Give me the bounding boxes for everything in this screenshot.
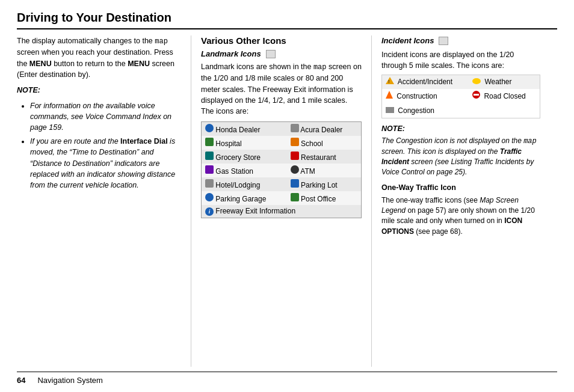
section-title: Various Other Icons (201, 35, 362, 46)
table-cell: School (287, 136, 362, 150)
table-row: Congestion (382, 104, 540, 118)
icon-options-bold: ICON OPTIONS (381, 216, 522, 235)
map-word-right: map (523, 137, 537, 145)
construction-icon (386, 91, 393, 99)
note-item-2: If you are en route and the Interface Di… (30, 136, 180, 191)
weather-icon (472, 78, 481, 84)
gas-icon (205, 165, 214, 174)
one-way-text: The one-way traffic icons (see Map Scree… (381, 195, 540, 237)
footer: 64 Navigation System (17, 372, 557, 385)
table-cell (469, 104, 540, 118)
note-list: For information on the available voice c… (23, 100, 180, 191)
table-row: Hotel/Lodging Parking Lot (202, 177, 362, 191)
table-row: Grocery Store Restaurant (202, 150, 362, 164)
table-cell: Acura Dealer (287, 121, 362, 136)
incident-grid: Accident/Incident Weather Construction R… (381, 75, 540, 118)
note-item-1: For information on the available voice c… (30, 100, 180, 133)
table-cell: Hospital (202, 136, 287, 150)
incident-body: Incident icons are displayed on the 1/20… (381, 49, 540, 71)
one-way-head: One-Way Traffic Icon (381, 182, 540, 193)
table-row: i Freeway Exit Information (202, 205, 362, 218)
acura-icon (291, 124, 299, 132)
content-area: The display automatically changes to the… (17, 35, 557, 367)
page-ref: on page 25 (427, 168, 463, 176)
traffic-incident-bold: Traffic Incident (381, 147, 522, 166)
right-column: Incident Icons Incident icons are displa… (372, 35, 540, 367)
table-row: Honda Dealer Acura Dealer (202, 121, 362, 136)
table-row: Construction Road Closed (382, 89, 540, 103)
table-cell: Grocery Store (202, 150, 287, 164)
menu-bold-2: MENU (128, 60, 150, 68)
grocery-icon (205, 152, 214, 160)
right-note-em: The Congestion icon is not displayed on … (381, 136, 537, 176)
post-office-icon (291, 193, 299, 201)
hotel-icon (205, 179, 214, 188)
table-cell: Congestion (382, 104, 469, 118)
landmark-grid: Honda Dealer Acura Dealer Hospital Schoo… (201, 121, 362, 218)
hospital-icon (205, 138, 214, 146)
table-cell: ATM (287, 164, 362, 177)
landmark-body: Landmark icons are shown in the map scre… (201, 61, 362, 117)
map-word: map (155, 37, 168, 46)
table-cell: i Freeway Exit Information (202, 205, 362, 218)
table-cell: Honda Dealer (202, 121, 287, 136)
freeway-icon: i (205, 207, 214, 216)
table-cell: Parking Garage (202, 191, 287, 205)
road-closed-icon (472, 91, 480, 99)
note-heading: NOTE: (17, 85, 180, 96)
table-row: Hospital School (202, 136, 362, 150)
landmark-icon-box (266, 50, 276, 58)
landmark-label: Landmark Icons (201, 49, 261, 58)
table-cell: Gas Station (202, 164, 287, 177)
landmark-icons-title: Landmark Icons (201, 49, 362, 58)
table-cell: Weather (469, 75, 540, 90)
table-cell: Road Closed (469, 89, 540, 103)
right-note-head: NOTE: (381, 123, 540, 134)
table-cell: Restaurant (287, 150, 362, 164)
map-word-mid: map (313, 63, 327, 72)
table-row: Parking Garage Post Office (202, 191, 362, 205)
incident-icon-box (439, 37, 448, 45)
footer-nav-label: Navigation System (37, 376, 102, 385)
page-container: Driving to Your Destination The display … (0, 0, 574, 392)
left-intro: The display automatically changes to the… (17, 35, 180, 80)
menu-bold: MENU (29, 60, 52, 68)
right-note-text: The Congestion icon is not displayed on … (381, 136, 540, 177)
honda-icon (205, 124, 214, 132)
congestion-icon (386, 107, 394, 113)
table-cell: Accident/Incident (382, 75, 469, 90)
footer-page-number: 64 (17, 376, 25, 385)
table-cell: Hotel/Lodging (202, 177, 287, 191)
restaurant-icon (291, 152, 299, 160)
incident-label: Incident Icons (381, 35, 434, 47)
note-item-2-text: If you are en route and the Interface Di… (30, 137, 175, 189)
table-cell: Post Office (287, 191, 362, 205)
parking-garage-icon (205, 193, 214, 201)
incident-icons-title: Incident Icons (381, 35, 540, 47)
atm-icon (291, 165, 299, 174)
interface-dial-bold: Interface Dial (120, 137, 168, 145)
table-cell: Parking Lot (287, 177, 362, 191)
note-item-1-text: For information on the available voice c… (30, 102, 171, 132)
accident-icon (386, 77, 394, 84)
middle-column: Various Other Icons Landmark Icons Landm… (191, 35, 372, 367)
left-text-1: The display automatically changes to the… (17, 37, 174, 79)
table-row: Gas Station ATM (202, 164, 362, 177)
table-cell: Construction (382, 89, 469, 103)
page-title: Driving to Your Destination (17, 11, 557, 29)
map-screen-legend-italic: Map Screen Legend (381, 196, 519, 215)
table-row: Accident/Incident Weather (382, 75, 540, 90)
note-item-1-page: on page 159 (30, 112, 171, 132)
parking-lot-icon (291, 179, 299, 188)
school-icon (291, 138, 299, 146)
left-column: The display automatically changes to the… (17, 35, 191, 367)
